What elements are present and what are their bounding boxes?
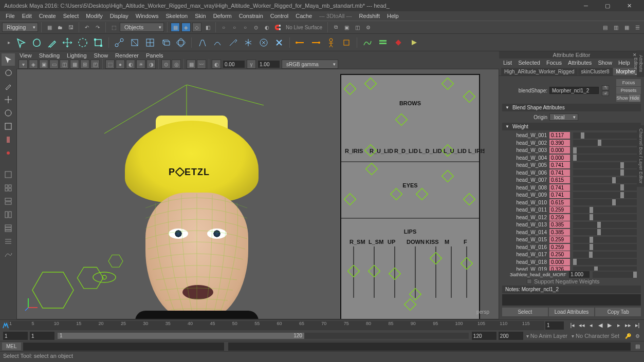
weight-value-field[interactable]: 0.385 [549, 221, 570, 228]
render-icon[interactable]: ▣ [342, 23, 351, 32]
layout-three-icon[interactable] [2, 222, 15, 234]
next-frame-icon[interactable]: ▸ [614, 321, 623, 330]
module-dropdown[interactable]: Rigging [2, 23, 38, 32]
ae-tab-1[interactable]: skinCluster8 [578, 68, 613, 75]
load-attributes-button[interactable]: Load Attributes [549, 308, 595, 316]
char-set-dropdown[interactable]: ▾ No Character Set [569, 333, 621, 339]
hik-icon[interactable] [324, 36, 338, 49]
open-scene-icon[interactable]: 🖿 [56, 23, 65, 32]
weight-value-field[interactable]: 0.741 [549, 184, 570, 191]
weight-value-field[interactable]: 0.259 [549, 214, 570, 221]
weight-value-field[interactable]: 0.385 [549, 229, 570, 236]
playback-start-field[interactable]: 1 [30, 332, 54, 340]
menu-cache[interactable]: Cache [292, 12, 316, 20]
select-mask-toggle-icon[interactable]: ⬚ [109, 23, 118, 32]
ae-menu-list[interactable]: List [503, 60, 512, 66]
save-scene-icon[interactable]: 🖫 [66, 23, 76, 32]
scale-icon[interactable] [91, 36, 105, 49]
weight-value-field[interactable]: 0.259 [549, 206, 570, 213]
play-fwd-icon[interactable]: ▶ [605, 321, 614, 330]
hik-skeleton-icon[interactable] [340, 36, 353, 49]
command-input[interactable] [23, 342, 224, 351]
menu-display[interactable]: Display [106, 12, 132, 20]
weight-slider[interactable] [573, 244, 637, 250]
bookmark-icon[interactable]: ◈ [29, 60, 38, 69]
close-button[interactable]: ✕ [618, 0, 640, 11]
weight-slider[interactable] [573, 237, 637, 243]
layout-single-icon[interactable] [2, 168, 15, 181]
play-back-icon[interactable]: ◀ [596, 321, 605, 330]
constraint-point-icon[interactable] [293, 36, 307, 49]
panel-menu-panels[interactable]: Panels [146, 52, 163, 59]
image-plane-icon[interactable]: ▣ [39, 60, 48, 69]
ae-menu-selected[interactable]: Selected [518, 60, 540, 66]
nav-down-icon[interactable]: ↲ [602, 91, 609, 96]
wrap-icon[interactable] [174, 36, 188, 49]
safe-action-icon[interactable]: ◰ [90, 60, 100, 69]
minimize-button[interactable]: ─ [575, 0, 597, 11]
show-button[interactable]: Show [616, 94, 628, 102]
weight-slider[interactable] [573, 147, 637, 154]
rotate-tool[interactable] [2, 107, 15, 119]
focus-button[interactable]: Focus [616, 79, 641, 86]
autokey-icon[interactable]: 🔑 [623, 331, 633, 340]
paint-select-tool[interactable] [2, 80, 15, 92]
weight-slider[interactable] [573, 214, 637, 220]
constraint-orient-icon[interactable] [309, 36, 322, 49]
menu-file[interactable]: File [2, 12, 19, 20]
ae-menu-focus[interactable]: Focus [546, 60, 562, 66]
skin-detach-icon[interactable] [211, 36, 224, 49]
morf-slider[interactable] [593, 272, 637, 278]
channel-box-tab[interactable]: Channel Box / Layer Editor [637, 125, 644, 187]
undo-icon[interactable]: ↶ [82, 23, 91, 32]
make-live-icon[interactable]: 🧲 [273, 23, 282, 32]
sym-live-icon[interactable]: ◐ [262, 23, 271, 32]
ae-menu-attributes[interactable]: Attributes [568, 60, 592, 66]
paint-select-icon[interactable] [45, 36, 59, 49]
dope-sheet-icon[interactable] [376, 36, 390, 49]
menu-skeleton[interactable]: Skeleton [162, 12, 191, 20]
field-chart-icon[interactable]: ⊞ [80, 60, 89, 69]
weight-slider[interactable] [573, 229, 637, 235]
gate-mask-icon[interactable]: ▦ [70, 60, 79, 69]
weight-value-field[interactable]: 0.390 [549, 140, 570, 146]
render-settings-icon[interactable]: ⚙ [363, 23, 373, 32]
use-lights-icon[interactable]: ☀ [136, 60, 145, 69]
ipr-icon[interactable]: ◫ [353, 23, 362, 32]
weight-slider[interactable] [573, 199, 637, 205]
layout-a-icon[interactable]: ▤ [600, 23, 610, 32]
smooth-shade-icon[interactable]: ● [116, 60, 125, 69]
menu-skin[interactable]: Skin [191, 12, 209, 20]
weight-value-field[interactable]: 0.741 [549, 169, 570, 176]
anim-end-field[interactable]: 200 [499, 332, 523, 340]
ae-close-icon[interactable]: ✕ [633, 52, 637, 58]
weight-slider[interactable] [573, 252, 637, 258]
move-icon[interactable] [61, 36, 74, 49]
snap-plane-icon[interactable]: ◧ [203, 23, 212, 32]
ik-icon[interactable] [128, 36, 141, 49]
prev-key-icon[interactable]: ◂◂ [577, 321, 586, 330]
ae-menu-help[interactable]: Help [618, 60, 630, 66]
layout-d-icon[interactable]: ☰ [633, 23, 642, 32]
layout-two-h-icon[interactable] [2, 195, 15, 207]
layout-two-v-icon[interactable] [2, 208, 15, 221]
panel-menu-shading[interactable]: Shading [39, 52, 60, 59]
mirror-weights-icon[interactable] [242, 36, 255, 49]
snap-grid-icon[interactable]: ▦ [171, 23, 180, 32]
script-lang-button[interactable]: MEL [2, 342, 21, 350]
layout-b-icon[interactable]: ▥ [611, 23, 620, 32]
nav-up-icon[interactable]: ↰ [602, 85, 609, 90]
weight-value-field[interactable]: 0.000 [549, 259, 570, 265]
menu-deform[interactable]: Deform [210, 12, 235, 20]
menu-control[interactable]: Control [267, 12, 292, 20]
weight-slider[interactable] [573, 207, 637, 213]
snap-curve-icon[interactable]: ◈ [181, 23, 191, 32]
sym-y-icon[interactable]: ○ [230, 23, 239, 32]
weight-slider[interactable] [573, 162, 637, 168]
weight-slider[interactable] [573, 169, 637, 176]
panel-menu-lighting[interactable]: Lighting [67, 52, 87, 59]
weight-value-field[interactable]: 0.117 [549, 132, 570, 139]
last-tool[interactable] [2, 134, 15, 146]
menu-edit[interactable]: Edit [19, 12, 35, 20]
weight-value-field[interactable]: 0.259 [549, 244, 570, 251]
